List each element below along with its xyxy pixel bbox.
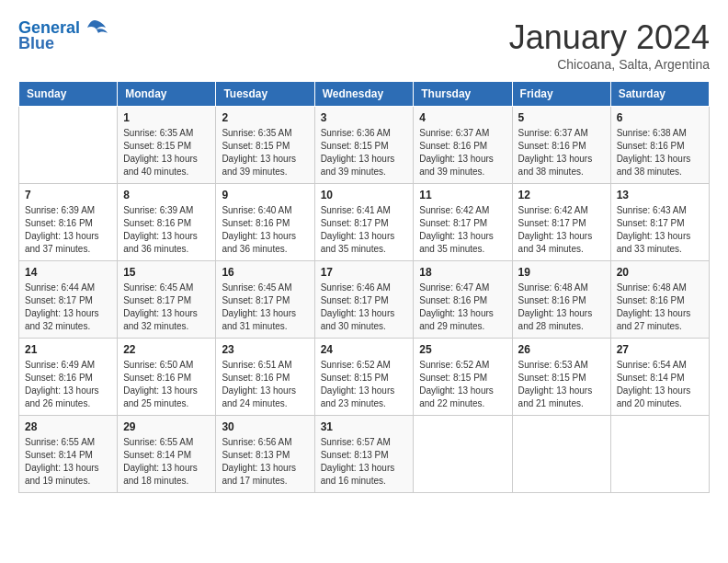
calendar-cell: 7Sunrise: 6:39 AMSunset: 8:16 PMDaylight… — [19, 184, 118, 261]
calendar-cell: 20Sunrise: 6:48 AMSunset: 8:16 PMDayligh… — [610, 261, 709, 339]
title-section: January 2024 Chicoana, Salta, Argentina — [509, 18, 710, 72]
week-row-5: 28Sunrise: 6:55 AMSunset: 8:14 PMDayligh… — [19, 416, 710, 493]
day-info: Sunrise: 6:52 AMSunset: 8:15 PMDaylight:… — [321, 359, 408, 410]
day-info: Sunrise: 6:52 AMSunset: 8:15 PMDaylight:… — [419, 359, 506, 410]
day-info: Sunrise: 6:44 AMSunset: 8:17 PMDaylight:… — [25, 282, 111, 333]
day-number: 24 — [321, 343, 408, 356]
calendar-cell: 18Sunrise: 6:47 AMSunset: 8:16 PMDayligh… — [414, 261, 512, 339]
calendar-cell: 21Sunrise: 6:49 AMSunset: 8:16 PMDayligh… — [19, 339, 118, 416]
day-info: Sunrise: 6:38 AMSunset: 8:16 PMDaylight:… — [617, 127, 703, 178]
logo: General Blue — [18, 18, 108, 53]
calendar-table: SundayMondayTuesdayWednesdayThursdayFrid… — [18, 81, 710, 493]
day-number: 15 — [123, 266, 210, 279]
day-number: 28 — [25, 420, 111, 433]
day-info: Sunrise: 6:36 AMSunset: 8:15 PMDaylight:… — [321, 127, 408, 178]
week-row-1: 1Sunrise: 6:35 AMSunset: 8:15 PMDaylight… — [19, 107, 710, 184]
day-number: 18 — [419, 266, 506, 279]
calendar-cell — [414, 416, 512, 493]
calendar-cell: 9Sunrise: 6:40 AMSunset: 8:16 PMDaylight… — [216, 184, 314, 261]
calendar-cell: 24Sunrise: 6:52 AMSunset: 8:15 PMDayligh… — [314, 339, 414, 416]
calendar-cell — [19, 107, 118, 184]
day-info: Sunrise: 6:40 AMSunset: 8:16 PMDaylight:… — [222, 204, 308, 256]
day-info: Sunrise: 6:55 AMSunset: 8:14 PMDaylight:… — [123, 436, 210, 488]
calendar-cell: 15Sunrise: 6:45 AMSunset: 8:17 PMDayligh… — [118, 261, 216, 339]
calendar-cell: 11Sunrise: 6:42 AMSunset: 8:17 PMDayligh… — [414, 184, 512, 261]
day-info: Sunrise: 6:35 AMSunset: 8:15 PMDaylight:… — [222, 127, 308, 178]
day-info: Sunrise: 6:54 AMSunset: 8:14 PMDaylight:… — [617, 359, 703, 410]
day-info: Sunrise: 6:55 AMSunset: 8:14 PMDaylight:… — [25, 436, 111, 488]
week-row-3: 14Sunrise: 6:44 AMSunset: 8:17 PMDayligh… — [19, 261, 710, 339]
calendar-cell: 8Sunrise: 6:39 AMSunset: 8:16 PMDaylight… — [118, 184, 216, 261]
day-info: Sunrise: 6:49 AMSunset: 8:16 PMDaylight:… — [25, 359, 111, 410]
calendar-cell: 25Sunrise: 6:52 AMSunset: 8:15 PMDayligh… — [414, 339, 512, 416]
calendar-cell: 4Sunrise: 6:37 AMSunset: 8:16 PMDaylight… — [414, 107, 512, 184]
day-number: 3 — [321, 111, 408, 124]
day-number: 16 — [222, 266, 308, 279]
calendar-cell: 23Sunrise: 6:51 AMSunset: 8:16 PMDayligh… — [216, 339, 314, 416]
day-number: 4 — [419, 111, 506, 124]
calendar-cell: 26Sunrise: 6:53 AMSunset: 8:15 PMDayligh… — [512, 339, 610, 416]
day-number: 9 — [222, 189, 308, 201]
calendar-cell: 6Sunrise: 6:38 AMSunset: 8:16 PMDaylight… — [610, 107, 709, 184]
calendar-cell: 17Sunrise: 6:46 AMSunset: 8:17 PMDayligh… — [314, 261, 414, 339]
day-number: 6 — [617, 111, 703, 124]
calendar-cell: 22Sunrise: 6:50 AMSunset: 8:16 PMDayligh… — [118, 339, 216, 416]
day-number: 25 — [419, 343, 506, 356]
day-info: Sunrise: 6:57 AMSunset: 8:13 PMDaylight:… — [321, 436, 408, 488]
location-subtitle: Chicoana, Salta, Argentina — [509, 57, 710, 72]
day-number: 21 — [25, 343, 111, 356]
calendar-cell: 1Sunrise: 6:35 AMSunset: 8:15 PMDaylight… — [118, 107, 216, 184]
weekday-header-row: SundayMondayTuesdayWednesdayThursdayFrid… — [19, 82, 710, 107]
day-number: 27 — [617, 343, 703, 356]
day-info: Sunrise: 6:37 AMSunset: 8:16 PMDaylight:… — [518, 127, 605, 178]
day-number: 13 — [617, 189, 703, 201]
calendar-cell: 16Sunrise: 6:45 AMSunset: 8:17 PMDayligh… — [216, 261, 314, 339]
calendar-cell: 12Sunrise: 6:42 AMSunset: 8:17 PMDayligh… — [512, 184, 610, 261]
week-row-2: 7Sunrise: 6:39 AMSunset: 8:16 PMDaylight… — [19, 184, 710, 261]
day-info: Sunrise: 6:48 AMSunset: 8:16 PMDaylight:… — [617, 282, 703, 333]
weekday-header-saturday: Saturday — [610, 82, 709, 107]
calendar-cell: 29Sunrise: 6:55 AMSunset: 8:14 PMDayligh… — [118, 416, 216, 493]
calendar-cell — [512, 416, 610, 493]
day-info: Sunrise: 6:56 AMSunset: 8:13 PMDaylight:… — [222, 436, 308, 488]
weekday-header-wednesday: Wednesday — [314, 82, 414, 107]
day-info: Sunrise: 6:42 AMSunset: 8:17 PMDaylight:… — [419, 204, 506, 256]
day-info: Sunrise: 6:43 AMSunset: 8:17 PMDaylight:… — [617, 204, 703, 256]
day-number: 17 — [321, 266, 408, 279]
day-number: 19 — [518, 266, 605, 279]
calendar-cell: 27Sunrise: 6:54 AMSunset: 8:14 PMDayligh… — [610, 339, 709, 416]
day-info: Sunrise: 6:51 AMSunset: 8:16 PMDaylight:… — [222, 359, 308, 410]
day-number: 22 — [123, 343, 210, 356]
day-info: Sunrise: 6:45 AMSunset: 8:17 PMDaylight:… — [123, 282, 210, 333]
day-number: 2 — [222, 111, 308, 124]
day-info: Sunrise: 6:35 AMSunset: 8:15 PMDaylight:… — [123, 127, 210, 178]
weekday-header-thursday: Thursday — [414, 82, 512, 107]
day-number: 20 — [617, 266, 703, 279]
calendar-cell: 28Sunrise: 6:55 AMSunset: 8:14 PMDayligh… — [19, 416, 118, 493]
day-number: 23 — [222, 343, 308, 356]
calendar-cell: 2Sunrise: 6:35 AMSunset: 8:15 PMDaylight… — [216, 107, 314, 184]
week-row-4: 21Sunrise: 6:49 AMSunset: 8:16 PMDayligh… — [19, 339, 710, 416]
day-number: 5 — [518, 111, 605, 124]
calendar-cell: 19Sunrise: 6:48 AMSunset: 8:16 PMDayligh… — [512, 261, 610, 339]
calendar-cell — [610, 416, 709, 493]
day-number: 7 — [25, 189, 111, 201]
weekday-header-sunday: Sunday — [19, 82, 118, 107]
day-info: Sunrise: 6:42 AMSunset: 8:17 PMDaylight:… — [518, 204, 605, 256]
calendar-cell: 3Sunrise: 6:36 AMSunset: 8:15 PMDaylight… — [314, 107, 414, 184]
calendar-cell: 14Sunrise: 6:44 AMSunset: 8:17 PMDayligh… — [19, 261, 118, 339]
day-number: 26 — [518, 343, 605, 356]
calendar-cell: 30Sunrise: 6:56 AMSunset: 8:13 PMDayligh… — [216, 416, 314, 493]
logo-bird-icon — [82, 18, 108, 39]
day-number: 11 — [419, 189, 506, 201]
day-number: 1 — [123, 111, 210, 124]
month-title: January 2024 — [509, 18, 710, 57]
day-info: Sunrise: 6:39 AMSunset: 8:16 PMDaylight:… — [123, 204, 210, 256]
day-info: Sunrise: 6:48 AMSunset: 8:16 PMDaylight:… — [518, 282, 605, 333]
logo-blue: Blue — [18, 35, 54, 53]
header: General Blue January 2024 Chicoana, Salt… — [18, 18, 710, 72]
day-info: Sunrise: 6:46 AMSunset: 8:17 PMDaylight:… — [321, 282, 408, 333]
day-number: 12 — [518, 189, 605, 201]
calendar-cell: 5Sunrise: 6:37 AMSunset: 8:16 PMDaylight… — [512, 107, 610, 184]
calendar-cell: 13Sunrise: 6:43 AMSunset: 8:17 PMDayligh… — [610, 184, 709, 261]
